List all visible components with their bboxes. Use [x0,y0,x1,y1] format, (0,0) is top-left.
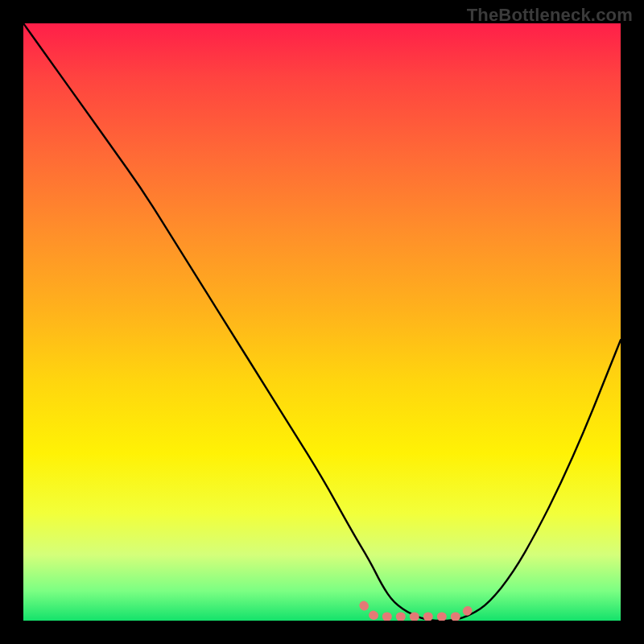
bottleneck-curve [23,23,621,621]
curve-layer [23,23,621,621]
chart-frame: TheBottleneck.com [0,0,644,644]
watermark-text: TheBottleneck.com [467,5,633,26]
plot-area [23,23,621,621]
optimal-range-marker [364,605,472,617]
